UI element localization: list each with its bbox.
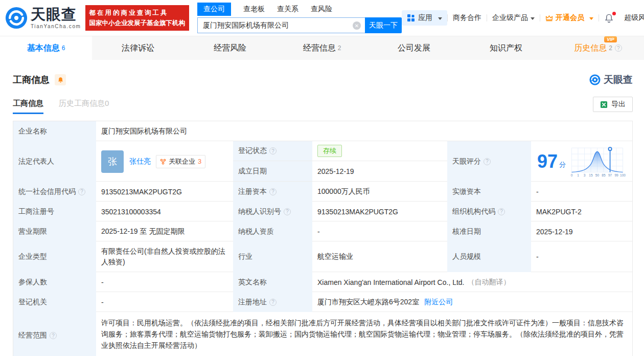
apps-menu[interactable]: 应用 xyxy=(402,10,447,26)
score-value: 97 xyxy=(537,152,558,171)
help-icon[interactable] xyxy=(269,188,277,195)
label-text: 登记状态 xyxy=(238,146,267,155)
field-value-establish-date: 2025-12-19 xyxy=(312,161,447,181)
avatar[interactable]: 张 xyxy=(101,150,124,173)
crown-icon xyxy=(545,15,553,21)
help-icon[interactable] xyxy=(284,208,291,215)
logo-domain: TianYanCha.com xyxy=(31,24,81,29)
tab-history-info[interactable]: VIP 历史信息 2 xyxy=(552,36,644,60)
export-button[interactable]: 导出 xyxy=(593,97,633,112)
table-subrow: 成立日期 2025-12-19 xyxy=(233,161,447,181)
tab-intellectual-property[interactable]: 知识产权 xyxy=(460,36,552,60)
tab-inner: 公司发展 xyxy=(398,43,430,54)
value-text: 有限责任公司(非自然人投资或控股的法人独资) xyxy=(101,246,229,268)
tab-label: 经营风险 xyxy=(214,43,246,54)
tianyancha-company-page: 天眼查 TianYanCha.com 都在用的商业查询工具 国家中小企业发展子基… xyxy=(0,0,644,356)
help-icon[interactable] xyxy=(78,188,85,195)
value-text: 2025-12-19 至 无固定期限 xyxy=(101,227,185,236)
enterprise-products-menu[interactable]: 企业级产品 xyxy=(487,13,540,23)
related-label: 关联企业 xyxy=(169,157,195,166)
tab-label: 公司发展 xyxy=(398,43,430,54)
label-text: 法定代表人 xyxy=(18,157,54,166)
chevron-down-icon xyxy=(438,17,442,20)
business-coop-link[interactable]: 商务合作 xyxy=(448,13,487,23)
field-label-establish-date: 成立日期 xyxy=(233,161,312,181)
tab-operating-risk[interactable]: 经营风险 xyxy=(184,36,276,60)
brand-slogan-banner: 都在用的商业查询工具 国家中小企业发展子基金旗下机构 xyxy=(85,5,190,31)
help-icon[interactable] xyxy=(50,332,57,339)
section-title: 工商信息 xyxy=(13,74,50,86)
search-tab-relation[interactable]: 查关系 xyxy=(277,5,298,14)
search-button[interactable]: 天眼一下 xyxy=(365,17,402,33)
search-tab-boss[interactable]: 查老板 xyxy=(243,5,265,14)
excel-icon xyxy=(600,101,608,108)
field-value-insured-count: - xyxy=(96,272,233,292)
tab-operating-info[interactable]: 经营信息 2 xyxy=(276,36,368,60)
search-tab-company[interactable]: 查公司 xyxy=(197,3,231,16)
label-text: 注册地址 xyxy=(238,298,267,307)
tab-label: 知识产权 xyxy=(490,43,522,54)
tab-inner: 经营信息 2 xyxy=(303,43,341,54)
help-icon[interactable] xyxy=(269,299,277,306)
field-label-insured-count: 参保人数 xyxy=(13,272,96,292)
field-label-paid-capital: 实缴资本 xyxy=(447,182,531,202)
nearby-companies-link[interactable]: 附近公司 xyxy=(424,298,453,307)
field-value-industry: 航空运输业 xyxy=(312,241,447,272)
clear-icon[interactable] xyxy=(353,21,361,30)
label-text: 纳税人资质 xyxy=(238,227,274,236)
field-value-taxpayer-id: 91350213MAK2PUGT2G xyxy=(312,202,447,221)
related-companies-badge[interactable]: 关联企业 3 xyxy=(156,155,205,168)
legal-rep-link[interactable]: 张仕亮 xyxy=(129,157,151,166)
tyc-score-cell[interactable]: 97 分 xyxy=(531,141,633,182)
vip-badge: VIP xyxy=(604,36,617,42)
section-title-block: 工商信息 xyxy=(13,74,66,86)
field-value-reg-address: 厦门市翔安区大嶝东路6号202室 附近公司 xyxy=(312,292,633,312)
help-icon[interactable] xyxy=(498,208,505,215)
subscribe-bell-button[interactable] xyxy=(55,74,66,85)
value-text: Xiamen Xiang'an International Airport Co… xyxy=(317,278,465,286)
field-label-reg-authority: 登记机关 xyxy=(13,292,96,312)
chevron-down-icon xyxy=(589,17,593,20)
field-label-reg-capital: 注册资本 xyxy=(233,182,312,202)
tab-label: 历史信息 xyxy=(574,43,607,54)
subtab-history-business-info[interactable]: 历史工商信息0 xyxy=(59,99,109,114)
status-badge: 存续 xyxy=(317,145,342,157)
field-label-business-scope: 经营范围 xyxy=(13,312,96,356)
tab-basic-info[interactable]: 基本信息 6 xyxy=(0,36,92,60)
network-icon xyxy=(160,159,166,165)
tab-legal-proceedings[interactable]: 法律诉讼 xyxy=(92,36,184,60)
score-unit: 分 xyxy=(559,160,566,169)
search-input-wrap xyxy=(197,17,365,33)
search-tabs: 查公司 查老板 查关系 查风险 xyxy=(197,3,402,16)
tab-count: 2 xyxy=(338,44,341,52)
search-tab-risk[interactable]: 查风险 xyxy=(311,5,332,14)
table-row: 企业名称 厦门翔安国际机场有限公司 xyxy=(13,121,632,141)
super-risk-menu[interactable]: 超级风... xyxy=(619,13,644,23)
label-text: 经营范围 xyxy=(18,331,47,340)
field-value-reg-status: 存续 xyxy=(312,141,447,161)
value-text: - xyxy=(536,188,539,196)
top-bar: 天眼查 TianYanCha.com 都在用的商业查询工具 国家中小企业发展子基… xyxy=(0,0,644,36)
subtab-business-info[interactable]: 工商信息 xyxy=(13,99,43,114)
tab-company-development[interactable]: 公司发展 xyxy=(368,36,460,60)
field-label-org-code: 组织机构代码 xyxy=(447,202,531,221)
notifications-button[interactable] xyxy=(599,13,619,23)
subtab-row: 工商信息 历史工商信息0 导出 xyxy=(13,96,633,114)
label-text: 工商注册号 xyxy=(18,207,54,216)
field-label-legal-rep: 法定代表人 xyxy=(13,141,96,182)
label-text: 组织机构代码 xyxy=(452,207,495,216)
value-text: 100000万人民币 xyxy=(317,187,370,196)
help-icon[interactable] xyxy=(484,158,491,165)
label-text: 登记机关 xyxy=(18,298,47,307)
help-icon[interactable] xyxy=(269,147,277,154)
tianyancha-logo[interactable]: 天眼查 TianYanCha.com xyxy=(5,7,81,29)
value-text: 91350213MAK2PUGT2G xyxy=(317,208,398,216)
search-input[interactable] xyxy=(198,18,365,33)
help-icon[interactable] xyxy=(615,44,622,52)
field-label-business-term: 营业期限 xyxy=(13,221,96,241)
label-text: 实缴资本 xyxy=(452,187,481,196)
value-text: 91350213MAK2PUGT2G xyxy=(101,188,182,196)
open-vip-menu[interactable]: 开通会员 xyxy=(540,13,599,23)
field-value-business-scope: 许可项目：民用机场运营。（依法须经批准的项目，经相关部门批准后方可开展经营活动，… xyxy=(96,312,633,356)
label-text: 核准日期 xyxy=(452,227,481,236)
